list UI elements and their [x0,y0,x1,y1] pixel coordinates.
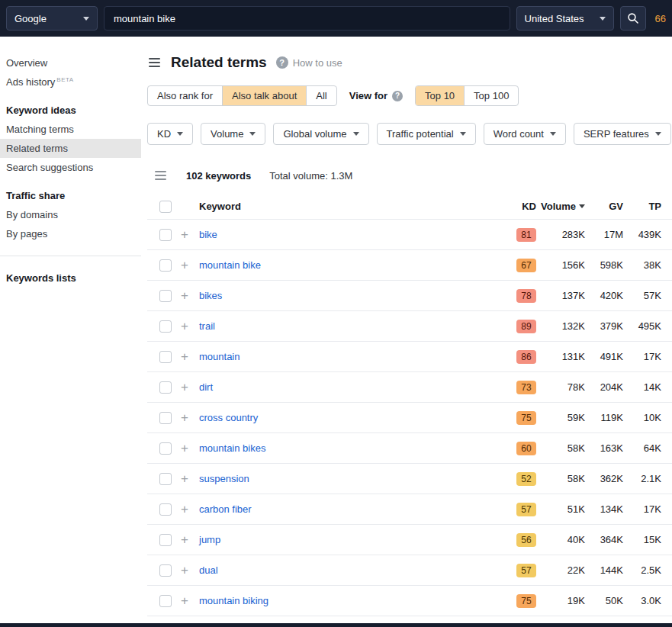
add-to-list-icon[interactable]: + [181,563,188,577]
add-to-list-icon[interactable]: + [181,410,188,425]
gv-value: 134K [585,503,623,515]
filter-top-100[interactable]: Top 100 [464,86,518,105]
sidebar-item-overview[interactable]: Overview [0,53,141,72]
row-checkbox[interactable] [159,290,172,302]
add-to-list-icon[interactable]: + [181,441,188,455]
volume-value: 156K [536,259,585,271]
keyword-link[interactable]: dual [199,564,218,576]
search-icon [627,12,639,24]
country-select[interactable]: United States [516,6,614,31]
table-row: +mountain86131K491K17K [147,342,672,372]
keyword-link[interactable]: jump [199,534,220,545]
sidebar-divider [0,256,141,256]
sidebar-item-ads-history[interactable]: Ads historyBETA [0,72,141,92]
row-checkbox[interactable] [159,534,172,546]
term-type-segmented-control: Also rank for Also talk about All [147,85,337,106]
kd-badge: 57 [516,564,536,577]
row-checkbox[interactable] [159,564,172,577]
row-checkbox[interactable] [159,351,172,363]
column-header-tp[interactable]: TP [623,201,672,212]
sidebar-item-by-pages[interactable]: By pages [0,224,141,243]
serp-features-filter-dropdown[interactable]: SERP features [574,123,671,145]
keyword-link[interactable]: mountain [199,351,240,362]
keyword-link[interactable]: carbon fiber [199,503,252,515]
kd-badge: 73 [516,381,536,394]
row-checkbox[interactable] [159,412,172,424]
add-to-list-icon[interactable]: + [181,319,188,333]
sidebar-item-related-terms[interactable]: Related terms [0,139,141,158]
chevron-down-icon [177,132,183,136]
global-volume-filter-dropdown[interactable]: Global volume [273,123,368,145]
keyword-link[interactable]: mountain bikes [199,442,265,454]
add-to-list-icon[interactable]: + [181,349,188,364]
volume-filter-dropdown[interactable]: Volume [201,123,265,145]
keyword-link[interactable]: mountain biking [199,595,268,606]
table-row: +suspension5258K362K2.1K [147,464,672,494]
keyword-link[interactable]: bike [199,229,217,240]
add-to-list-icon[interactable]: + [181,471,188,486]
row-checkbox[interactable] [159,442,172,455]
filter-also-talk-about[interactable]: Also talk about [222,86,306,105]
report-menu-icon[interactable] [147,55,162,70]
chevron-down-icon [655,132,661,136]
kd-badge: 89 [516,320,536,333]
row-checkbox[interactable] [159,320,172,333]
volume-value: 132K [536,320,585,332]
sidebar-item-by-domains[interactable]: By domains [0,205,141,224]
add-to-list-icon[interactable]: + [181,288,188,303]
keyword-link[interactable]: mountain bike [199,259,261,271]
chevron-down-icon [550,132,556,136]
tp-value: 17K [623,351,672,362]
row-checkbox[interactable] [159,595,172,607]
keyword-link[interactable]: trail [199,320,215,332]
search-button[interactable] [620,6,646,31]
kd-filter-dropdown[interactable]: KD [147,123,193,145]
keyword-link[interactable]: dirt [199,381,213,393]
chevron-down-icon [249,132,256,136]
tp-value: 57K [623,290,672,301]
keyword-link[interactable]: cross country [199,412,258,423]
add-to-list-icon[interactable]: + [181,593,188,608]
row-checkbox[interactable] [159,259,172,272]
filter-top-10[interactable]: Top 10 [416,86,464,105]
column-header-kd[interactable]: KD [494,201,536,212]
keyword-link[interactable]: suspension [199,473,249,484]
kd-badge: 81 [516,228,536,242]
column-header-gv[interactable]: GV [585,201,623,212]
add-to-list-icon[interactable]: + [181,502,188,516]
filter-also-rank-for[interactable]: Also rank for [148,86,222,105]
row-checkbox[interactable] [159,381,172,394]
filter-all[interactable]: All [306,86,336,105]
table-options-icon[interactable] [153,168,168,183]
sidebar-item-search-suggestions[interactable]: Search suggestions [0,158,141,177]
table-row: +jump5640K364K15K [147,525,672,555]
gv-value: 491K [585,351,623,362]
gv-value: 364K [585,534,623,545]
add-to-list-icon[interactable]: + [181,532,188,547]
search-engine-select[interactable]: Google [6,6,98,31]
word-count-filter-dropdown[interactable]: Word count [484,123,566,145]
how-to-use-link[interactable]: ? How to use [276,56,342,69]
keyword-count: 102 keywords [186,170,251,182]
column-header-volume[interactable]: Volume [536,201,585,212]
row-checkbox[interactable] [159,503,172,516]
traffic-potential-filter-dropdown[interactable]: Traffic potential [377,123,476,145]
tp-value: 3.0K [623,595,672,606]
gv-value: 204K [585,381,623,393]
add-to-list-icon[interactable]: + [181,380,188,394]
keyword-link[interactable]: bikes [199,290,222,301]
select-all-checkbox[interactable] [159,201,172,213]
help-icon: ? [276,56,288,69]
kd-badge: 86 [516,350,536,364]
row-checkbox[interactable] [159,229,172,241]
add-to-list-icon[interactable]: + [181,227,188,242]
page-header: Related terms ? How to use [147,52,672,73]
add-to-list-icon[interactable]: + [181,258,188,272]
table-header-row: Keyword KD Volume GV TP [147,194,672,220]
sidebar-item-matching-terms[interactable]: Matching terms [0,120,141,139]
row-checkbox[interactable] [159,473,172,485]
column-header-keyword[interactable]: Keyword [199,201,494,212]
keyword-search-input[interactable] [104,6,510,31]
chevron-down-icon [600,17,606,21]
kd-badge: 75 [516,411,536,425]
